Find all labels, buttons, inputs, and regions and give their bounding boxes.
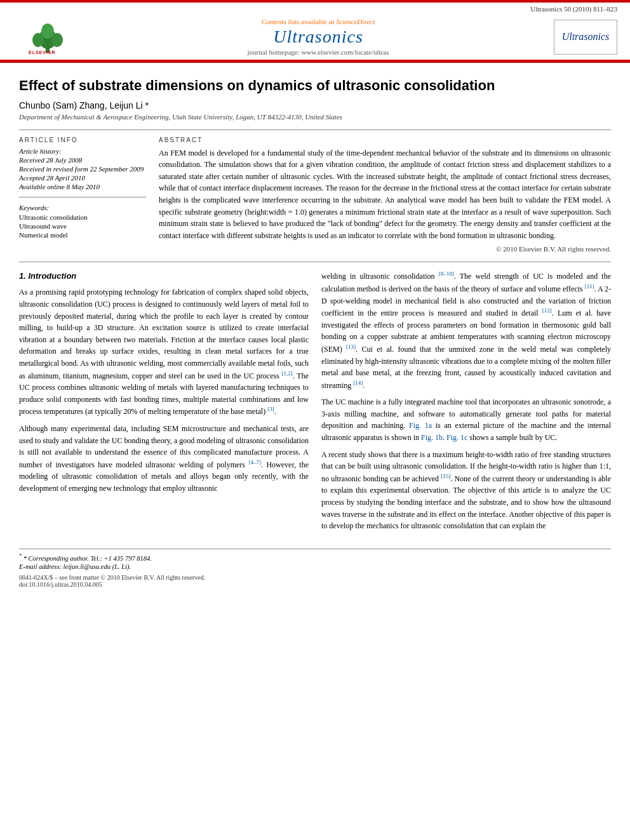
intro-para-2: Although many experimental data, includi… — [19, 423, 309, 495]
received-date: Received 28 July 2008 — [19, 156, 146, 164]
accepted-date: Accepted 28 April 2010 — [19, 174, 146, 182]
journal-main-header: ELSEVIER Contents lists available at Sci… — [0, 14, 630, 60]
svg-point-2 — [32, 33, 44, 47]
authors: Chunbo (Sam) Zhang, Leijun Li * — [19, 100, 611, 110]
journal-ref: Ultrasonics 50 (2010) 811–823 — [530, 5, 617, 13]
ultrasonics-logo: Ultrasonics — [554, 20, 617, 55]
author-names: Chunbo (Sam) Zhang, Leijun Li * — [19, 100, 149, 110]
svg-text:ELSEVIER: ELSEVIER — [29, 50, 56, 55]
abstract-label: ABSTRACT — [159, 137, 611, 143]
divider-keywords — [19, 197, 146, 197]
right-para-3: A recent study shows that there is a max… — [321, 449, 611, 532]
divider-1 — [19, 130, 611, 130]
footer-area: * * Corresponding author. Tel.: +1 435 7… — [19, 549, 611, 589]
info-abstract-cols: ARTICLE INFO Article history: Received 2… — [19, 137, 611, 253]
elsevier-logo: ELSEVIER — [13, 20, 83, 55]
copyright: © 2010 Elsevier B.V. All rights reserved… — [159, 245, 611, 253]
article-info-label: ARTICLE INFO — [19, 137, 146, 143]
journal-ref-bar: Ultrasonics 50 (2010) 811–823 — [0, 3, 630, 14]
body-col-left: 1. Introduction As a promising rapid pro… — [19, 270, 309, 537]
svg-point-3 — [51, 33, 63, 47]
intro-para-1: As a promising rapid prototyping technol… — [19, 286, 309, 418]
article-body: 1. Introduction As a promising rapid pro… — [19, 270, 611, 537]
email-note: E-mail address: leijun.li@usu.edu (L. Li… — [19, 563, 611, 570]
svg-point-4 — [41, 23, 54, 39]
sciencedirect-link[interactable]: ScienceDirect — [336, 18, 375, 25]
doi-text: doi:10.1016/j.ultras.2010.04.005 — [19, 581, 611, 588]
keyword-1: Ultrasonic consolidation — [19, 213, 146, 221]
online-date: Available online 8 May 2010 — [19, 183, 146, 190]
article-title: Effect of substrate dimensions on dynami… — [19, 77, 611, 95]
affiliation: Department of Mechanical & Aerospace Eng… — [19, 113, 611, 121]
abstract-col: ABSTRACT An FEM model is developed for a… — [159, 137, 611, 253]
corresponding-note: * * Corresponding author. Tel.: +1 435 7… — [19, 553, 611, 562]
elsevier-tree-icon: ELSEVIER — [25, 20, 70, 55]
right-para-2: The UC machine is a fully integrated mac… — [321, 396, 611, 443]
journal-center: Contents lists available at ScienceDirec… — [83, 18, 554, 56]
history-label: Article history: — [19, 147, 146, 155]
revised-date: Received in revised form 22 September 20… — [19, 165, 146, 173]
abstract-text: An FEM model is developed for a fundamen… — [159, 147, 611, 242]
sciencedirect-line: Contents lists available at ScienceDirec… — [83, 18, 554, 25]
article-info-col: ARTICLE INFO Article history: Received 2… — [19, 137, 146, 253]
footer-rights: 0041-624X/$ – see front matter © 2010 El… — [19, 574, 611, 588]
journal-title: Ultrasonics — [83, 27, 554, 47]
article-history: Article history: Received 28 July 2008 R… — [19, 147, 146, 190]
keyword-3: Numerical model — [19, 231, 146, 239]
divider-body — [19, 262, 611, 262]
keywords-section: Keywords: Ultrasonic consolidation Ultra… — [19, 204, 146, 239]
body-col-right: welding in ultrasonic consolidation [8–1… — [321, 270, 611, 537]
intro-heading: 1. Introduction — [19, 270, 309, 283]
journal-homepage: journal homepage: www.elsevier.com/locat… — [83, 48, 554, 56]
main-content: Effect of substrate dimensions on dynami… — [0, 63, 630, 601]
keywords-label: Keywords: — [19, 204, 146, 211]
journal-header: Ultrasonics 50 (2010) 811–823 ELSEVIER C… — [0, 3, 630, 61]
right-para-1: welding in ultrasonic consolidation [8–1… — [321, 270, 611, 391]
rights-text: 0041-624X/$ – see front matter © 2010 El… — [19, 574, 611, 581]
keyword-2: Ultrasound wave — [19, 222, 146, 230]
